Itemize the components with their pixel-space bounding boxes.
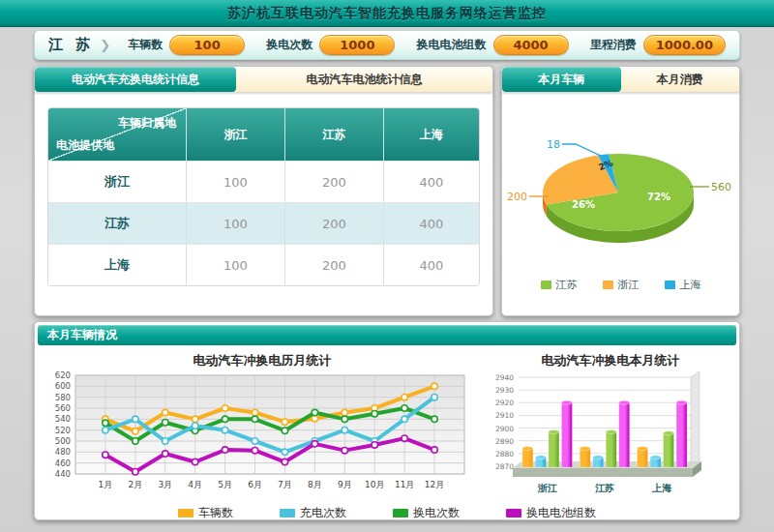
bottom-panel-header: 本月车辆情况: [38, 325, 736, 345]
left-panel-tabs: 电动汽车充换电统计信息 电动汽车电池统计信息: [35, 67, 492, 92]
svg-text:620: 620: [55, 370, 71, 380]
legend-label: 充电次数: [300, 505, 346, 521]
legend-label: 换电次数: [413, 505, 460, 521]
svg-text:2890: 2890: [495, 437, 514, 446]
vehicles-pie-chart: 72%26%2%56020018: [502, 109, 739, 264]
chevron-right-icon: ❯: [100, 38, 110, 52]
svg-text:3月: 3月: [158, 480, 172, 489]
column-header: 浙江: [187, 108, 285, 161]
svg-text:7月: 7月: [278, 480, 292, 489]
tab-battery-stats[interactable]: 电动汽车电池统计信息: [236, 67, 492, 92]
region-name: 江 苏: [48, 36, 94, 54]
stat-swap-count: 换电次数 1000: [266, 35, 395, 55]
stat-value-badge: 1000: [319, 35, 395, 55]
svg-text:440: 440: [55, 469, 71, 479]
svg-text:浙江: 浙江: [537, 483, 558, 493]
legend-item: 上海: [665, 278, 701, 292]
line-chart-title: 电动汽车冲换电历月统计: [41, 352, 484, 369]
monthly-bar-chart-block: 电动汽车冲换电本月统计 2870288028902900291029202930…: [490, 352, 731, 503]
app-title: 苏沪杭互联电动汽车智能充换电服务网络运营监控: [227, 5, 547, 22]
table-row[interactable]: 上海 100 200 400: [48, 244, 479, 285]
svg-text:2940: 2940: [495, 373, 514, 382]
svg-text:2910: 2910: [495, 411, 514, 420]
legend-swatch-packs: [506, 509, 521, 517]
svg-text:8月: 8月: [308, 480, 322, 489]
legend-item: 换电电池组数: [506, 505, 596, 521]
svg-text:460: 460: [55, 458, 71, 468]
legend-swatch-charges: [280, 509, 295, 517]
stat-battery-pack-count: 换电电池组数 4000: [417, 35, 569, 55]
monthly-line-chart-block: 电动汽车冲换电历月统计 4404604805005205405605806006…: [41, 352, 484, 503]
tab-label: 电动汽车电池统计信息: [307, 72, 423, 88]
tab-label: 本月车辆: [538, 72, 584, 88]
svg-text:12月: 12月: [425, 480, 444, 489]
stat-value-badge: 100: [169, 35, 245, 55]
svg-text:540: 540: [55, 414, 71, 424]
summary-stats-bar: 江 苏 ❯ 车辆数 100 换电次数 1000 换电电池组数 4000 里程消费…: [34, 30, 740, 60]
tab-monthly-vehicles[interactable]: 本月车辆: [502, 67, 621, 92]
cell-value: 200: [285, 202, 384, 244]
svg-text:10月: 10月: [365, 480, 384, 489]
stat-value-badge: 4000: [493, 35, 569, 55]
legend-swatch-jiangsu: [541, 281, 551, 289]
cell-value: 400: [384, 161, 479, 202]
svg-text:4月: 4月: [188, 480, 202, 489]
cell-value: 100: [187, 202, 285, 244]
bar-chart-title: 电动汽车冲换电本月统计: [490, 352, 731, 369]
main-chart-legend: 车辆数 充电次数 换电次数 换电电池组数: [35, 505, 739, 521]
stat-mileage-consumption: 里程消费 1000.00: [590, 35, 726, 55]
svg-text:600: 600: [55, 381, 71, 391]
legend-label: 江苏: [556, 278, 578, 292]
cell-value: 400: [384, 244, 479, 285]
stat-label: 车辆数: [128, 37, 163, 53]
legend-swatch-zhejiang: [603, 281, 613, 289]
table-row[interactable]: 江苏 100 200 400: [48, 202, 479, 244]
svg-text:2月: 2月: [128, 480, 142, 489]
tab-charging-stats[interactable]: 电动汽车充换电统计信息: [35, 67, 236, 92]
svg-text:560: 560: [55, 403, 71, 413]
column-header: 江苏: [285, 108, 384, 161]
svg-text:18: 18: [547, 138, 560, 151]
row-label: 浙江: [48, 161, 187, 202]
svg-text:520: 520: [55, 426, 71, 435]
row-label: 上海: [48, 244, 187, 285]
bottom-panel-title: 本月车辆情况: [47, 327, 117, 343]
stat-vehicle-count: 车辆数 100: [128, 35, 245, 55]
legend-label: 换电电池组数: [526, 505, 596, 521]
table-row[interactable]: 浙江 100 200 400: [48, 161, 479, 202]
stat-label: 换电次数: [266, 37, 313, 53]
monthly-line-chart: 4404604805005205405605806006201月2月3月4月5月…: [41, 369, 478, 499]
monthly-situation-panel: 本月车辆情况 电动汽车冲换电历月统计 440460480500520540560…: [34, 321, 740, 520]
svg-text:2920: 2920: [495, 399, 514, 407]
legend-label: 浙江: [618, 278, 640, 292]
cell-value: 200: [285, 161, 384, 202]
svg-text:江苏: 江苏: [594, 483, 614, 493]
app-title-bar: 苏沪杭互联电动汽车智能充换电服务网络运营监控: [0, 0, 774, 27]
cell-value: 100: [187, 161, 285, 202]
column-header: 上海: [384, 108, 479, 161]
svg-text:2870: 2870: [495, 462, 514, 471]
legend-item: 充电次数: [280, 505, 346, 521]
svg-text:560: 560: [711, 181, 731, 193]
tab-monthly-consumption[interactable]: 本月消费: [621, 67, 740, 92]
svg-text:72%: 72%: [647, 192, 670, 202]
right-panel-tabs: 本月车辆 本月消费: [502, 67, 739, 92]
stat-label: 里程消费: [590, 37, 637, 53]
legend-item: 浙江: [603, 278, 640, 292]
legend-item: 换电次数: [393, 505, 460, 521]
region-selector[interactable]: 江 苏 ❯: [48, 36, 110, 54]
legend-swatch-shanghai: [665, 281, 675, 289]
cell-value: 400: [384, 202, 479, 244]
svg-text:11月: 11月: [395, 480, 414, 489]
cell-value: 100: [187, 244, 285, 285]
svg-text:200: 200: [507, 191, 527, 203]
svg-text:5月: 5月: [218, 480, 232, 489]
svg-text:9月: 9月: [338, 480, 352, 489]
charts-row: 电动汽车冲换电历月统计 4404604805005205405605806006…: [35, 348, 739, 503]
row-label: 江苏: [48, 202, 187, 244]
svg-text:480: 480: [55, 447, 71, 457]
svg-text:2900: 2900: [495, 425, 514, 433]
monthly-vehicles-panel: 本月车辆 本月消费 72%26%2%56020018 江苏 浙江 上海: [501, 66, 740, 316]
corner-label-top: 车辆归属地: [118, 115, 176, 132]
legend-swatch-swaps: [393, 509, 408, 517]
